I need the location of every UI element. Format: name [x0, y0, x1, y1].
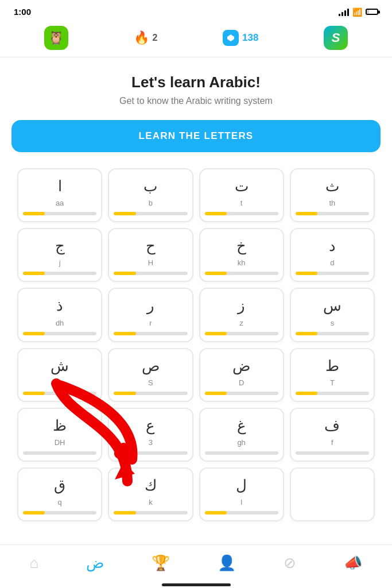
letter-card[interactable]: حH [108, 228, 193, 282]
progress-bar-container [114, 272, 187, 275]
letter-card[interactable]: بb [108, 168, 193, 222]
letter-card[interactable]: قq [17, 467, 102, 521]
arabic-char: ث [325, 177, 339, 195]
letter-card[interactable]: صS [108, 348, 193, 402]
progress-bar-container [296, 272, 369, 275]
home-bar [162, 583, 231, 586]
bottom-nav: ⌂ض🏆👤⊘📣 [0, 544, 392, 578]
letter-card[interactable]: لl [199, 467, 284, 521]
letter-card[interactable]: طT [290, 348, 375, 402]
progress-bar-fill [296, 212, 317, 215]
progress-bar-container [296, 392, 369, 395]
progress-bar-container [114, 511, 187, 514]
bottom-nav-item-leaderboard[interactable]: 🏆 [152, 554, 170, 572]
latin-label: aa [56, 199, 64, 207]
progress-bar-container [114, 332, 187, 335]
progress-bar-fill [205, 272, 227, 275]
latin-label: b [149, 199, 153, 207]
latin-label: D [239, 378, 244, 387]
progress-bar-fill [296, 272, 317, 275]
latin-label: l [240, 498, 242, 506]
time-display: 1:00 [14, 7, 31, 17]
letter-card[interactable]: شsh [17, 348, 102, 402]
arabic-char: ع [146, 417, 155, 435]
progress-bar-fill [114, 332, 135, 335]
latin-label: j [59, 258, 61, 267]
letter-card[interactable]: اaa [17, 168, 102, 222]
top-nav: 🦉 🔥 2 138 S [0, 21, 392, 57]
progress-bar-container [23, 212, 96, 215]
page-title: Let's learn Arabic! [11, 74, 381, 91]
letter-card[interactable]: فf [290, 408, 375, 462]
nav-streak[interactable]: 🔥 2 [134, 30, 158, 45]
progress-bar-fill [23, 332, 45, 335]
progress-bar-fill [23, 392, 45, 395]
nav-gems[interactable]: 138 [223, 30, 258, 46]
progress-bar-fill [296, 392, 317, 395]
arabic-char: ط [325, 357, 339, 375]
letter-grid: اaaبbتtثthجjحHخkhدdذdhرrزzسsشshصSضDطTظDH… [11, 168, 381, 521]
arabic-char: ض [232, 357, 250, 375]
letter-card[interactable]: زz [199, 288, 284, 342]
main-content: Let's learn Arabic! Get to know the Arab… [0, 57, 392, 533]
letter-card[interactable] [290, 467, 375, 521]
bottom-nav-item-home[interactable]: ⌂ [30, 554, 39, 572]
letter-card[interactable]: غgh [199, 408, 284, 462]
nav-super[interactable]: S [324, 26, 348, 50]
bottom-nav-item-learn[interactable]: ض [86, 554, 104, 572]
page-subtitle: Get to know the Arabic writing system [11, 96, 381, 106]
progress-bar-fill [114, 392, 135, 395]
arabic-char: ل [236, 477, 247, 494]
arabic-char: ت [235, 177, 249, 195]
progress-bar-container [23, 332, 96, 335]
letter-card[interactable]: ضD [199, 348, 284, 402]
latin-label: kh [238, 258, 246, 267]
bottom-nav-item-shield[interactable]: ⊘ [284, 554, 296, 572]
progress-bar-fill [296, 332, 317, 335]
progress-bar-container [23, 451, 96, 455]
letter-card[interactable]: رr [108, 288, 193, 342]
bottom-nav-item-announcements[interactable]: 📣 [344, 554, 362, 572]
latin-label: T [330, 378, 335, 387]
letter-card[interactable]: دd [290, 228, 375, 282]
progress-bar-container [23, 272, 96, 275]
letter-card[interactable]: ثth [290, 168, 375, 222]
bottom-nav-item-profile[interactable]: 👤 [218, 554, 236, 572]
arabic-char: ذ [56, 297, 63, 315]
latin-label: sh [56, 378, 64, 387]
battery-icon [366, 9, 378, 15]
progress-bar-fill [23, 511, 45, 514]
learn-letters-button[interactable]: LEARN THE LETTERS [11, 120, 381, 152]
progress-bar-fill [114, 212, 135, 215]
latin-label: 3 [149, 438, 153, 447]
letter-card[interactable]: جj [17, 228, 102, 282]
progress-bar-container [205, 511, 278, 514]
progress-bar-fill [205, 511, 227, 514]
letter-card[interactable]: خkh [199, 228, 284, 282]
arabic-char: س [323, 297, 341, 315]
arabic-char: ا [58, 177, 62, 195]
arabic-char: ق [54, 477, 65, 494]
progress-bar-fill [205, 392, 227, 395]
progress-bar-fill [114, 511, 135, 514]
letter-card[interactable]: ذdh [17, 288, 102, 342]
latin-label: r [149, 319, 152, 327]
arabic-char: ز [238, 297, 245, 315]
arabic-char: ظ [53, 417, 67, 435]
arabic-char: د [329, 237, 336, 255]
progress-bar-fill [23, 212, 45, 215]
latin-label: t [240, 199, 243, 207]
progress-bar-container [205, 332, 278, 335]
letter-card[interactable]: كk [108, 467, 193, 521]
letter-card[interactable]: تt [199, 168, 284, 222]
progress-bar-container [296, 332, 369, 335]
progress-bar-fill [23, 272, 45, 275]
latin-label: d [330, 258, 334, 267]
letter-card[interactable]: ع3 [108, 408, 193, 462]
arabic-char: خ [236, 237, 246, 255]
nav-owl[interactable]: 🦉 [44, 26, 68, 50]
status-icons: 📶 [339, 7, 378, 17]
letter-card[interactable]: ظDH [17, 408, 102, 462]
home-indicator [0, 578, 392, 588]
letter-card[interactable]: سs [290, 288, 375, 342]
